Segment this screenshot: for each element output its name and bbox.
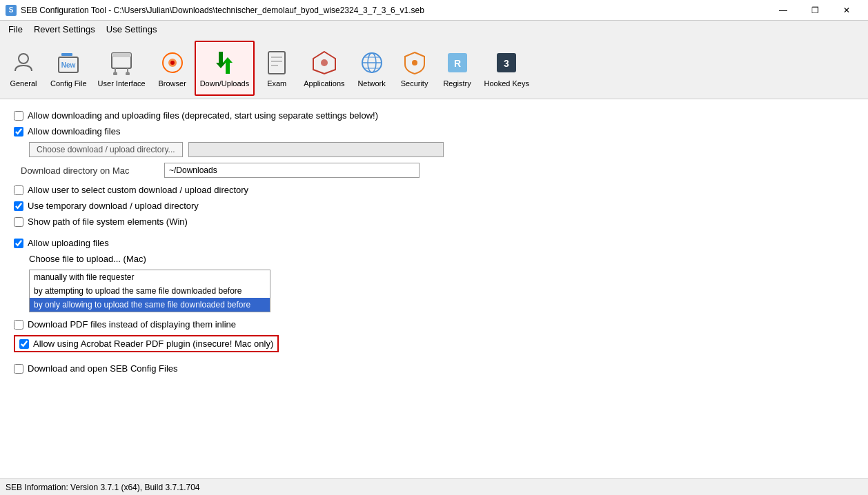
svg-text:3: 3 — [504, 58, 509, 69]
checkbox-seb-config[interactable] — [14, 364, 23, 374]
toolbar-exam[interactable]: Exam — [256, 41, 297, 96]
checkbox-pdf-download[interactable] — [14, 320, 23, 330]
toolbar-registry[interactable]: R Registry — [437, 41, 478, 96]
menu-bar: File Revert Settings Use Settings — [0, 21, 868, 37]
checkbox-temp-dir[interactable] — [14, 201, 23, 211]
svg-marker-14 — [223, 57, 233, 74]
checkbox-allow-ul[interactable] — [14, 239, 23, 248]
row-custom-dir: Allow user to select custom download / u… — [14, 185, 854, 195]
toolbar-browser[interactable]: Browser — [152, 41, 193, 96]
label-temp-dir[interactable]: Use temporary download / upload director… — [28, 201, 199, 211]
label-acrobat[interactable]: Allow using Acrobat Reader PDF plugin (i… — [33, 339, 273, 349]
menu-file[interactable]: File — [3, 23, 28, 36]
general-icon — [10, 49, 37, 77]
registry-icon: R — [444, 49, 471, 77]
security-icon — [401, 49, 428, 77]
toolbar: General New Config File User Interface — [0, 37, 868, 99]
menu-use[interactable]: Use Settings — [101, 23, 163, 36]
browser-label: Browser — [159, 79, 186, 88]
listbox-item-2[interactable]: by only allowing to upload the same file… — [30, 298, 270, 312]
title-bar-controls: — ❐ ✕ — [767, 0, 862, 21]
app-icon: S — [6, 5, 17, 16]
toolbar-general[interactable]: General — [3, 41, 44, 96]
browser-icon — [159, 49, 186, 77]
row-show-path: Show path of file system elements (Win) — [14, 216, 854, 227]
label-allow-ul[interactable]: Allow uploading files — [28, 238, 109, 248]
svg-point-12 — [170, 61, 175, 65]
config-file-icon: New — [55, 49, 82, 77]
label-seb-config[interactable]: Download and open SEB Config Files — [28, 363, 178, 374]
svg-point-20 — [321, 59, 328, 66]
window-title: SEB Configuration Tool - C:\Users\Julian… — [21, 6, 424, 15]
menu-revert[interactable]: Revert Settings — [28, 23, 101, 36]
svg-point-6 — [113, 72, 117, 75]
row-allow-dl: Allow downloading files — [14, 126, 854, 137]
main-content: Allow downloading and uploading files (d… — [0, 99, 868, 478]
svg-rect-5 — [112, 53, 131, 57]
exam-icon — [263, 49, 290, 77]
toolbar-security[interactable]: Security — [394, 41, 435, 96]
upload-options-listbox[interactable]: manually with file requester by attempti… — [29, 270, 270, 312]
listbox-item-1[interactable]: by attempting to upload the same file do… — [30, 284, 270, 298]
svg-text:R: R — [453, 58, 460, 69]
applications-label: Applications — [304, 79, 344, 88]
checkbox-allow-dl-ul[interactable] — [14, 111, 23, 121]
toolbar-config-file[interactable]: New Config File — [46, 41, 92, 96]
directory-row: Choose download / upload directory... — [29, 142, 854, 157]
label-allow-dl[interactable]: Allow downloading files — [28, 126, 120, 137]
toolbar-user-interface[interactable]: User Interface — [93, 41, 150, 96]
row-allow-dl-ul: Allow downloading and uploading files (d… — [14, 110, 854, 121]
svg-rect-1 — [61, 53, 72, 56]
mac-row: Download directory on Mac — [21, 163, 854, 178]
svg-text:New: New — [61, 61, 76, 69]
exam-label: Exam — [267, 79, 286, 88]
checkbox-custom-dir[interactable] — [14, 185, 23, 195]
down-uploads-label: Down/Uploads — [200, 79, 250, 88]
toolbar-applications[interactable]: Applications — [299, 41, 349, 96]
label-custom-dir[interactable]: Allow user to select custom download / u… — [28, 185, 248, 195]
network-label: Network — [357, 79, 385, 88]
choose-file-label: Choose file to upload... (Mac) — [29, 254, 146, 264]
security-label: Security — [401, 79, 428, 88]
acrobat-highlight-box: Allow using Acrobat Reader PDF plugin (i… — [14, 335, 279, 352]
general-label: General — [10, 79, 37, 88]
mac-input[interactable] — [164, 163, 420, 178]
svg-point-26 — [412, 60, 417, 65]
row-acrobat: Allow using Acrobat Reader PDF plugin (i… — [14, 335, 854, 358]
choose-dir-button[interactable]: Choose download / upload directory... — [29, 142, 183, 157]
listbox-item-0[interactable]: manually with file requester — [30, 270, 270, 284]
checkbox-allow-dl[interactable] — [14, 127, 23, 137]
config-file-label: Config File — [50, 79, 87, 88]
label-pdf-download[interactable]: Download PDF files instead of displaying… — [28, 319, 236, 330]
status-text: SEB Information: Version 3.7.1 (x64), Bu… — [6, 483, 200, 492]
label-allow-dl-ul[interactable]: Allow downloading and uploading files (d… — [28, 110, 378, 121]
label-show-path[interactable]: Show path of file system elements (Win) — [28, 216, 188, 227]
title-bar: S SEB Configuration Tool - C:\Users\Juli… — [0, 0, 868, 21]
user-interface-icon — [108, 49, 135, 77]
checkbox-show-path[interactable] — [14, 217, 23, 227]
row-choose-file: Choose file to upload... (Mac) — [29, 254, 854, 264]
hooked-keys-label: Hooked Keys — [484, 79, 529, 88]
row-temp-dir: Use temporary download / upload director… — [14, 201, 854, 211]
restore-button[interactable]: ❐ — [799, 0, 831, 21]
svg-marker-13 — [216, 52, 226, 68]
toolbar-hooked-keys[interactable]: 3 Hooked Keys — [480, 41, 534, 96]
network-icon — [358, 49, 386, 77]
status-bar: SEB Information: Version 3.7.1 (x64), Bu… — [0, 478, 868, 495]
hooked-keys-icon: 3 — [493, 49, 520, 77]
svg-point-0 — [19, 54, 28, 63]
toolbar-down-uploads[interactable]: Down/Uploads — [195, 41, 255, 96]
close-button[interactable]: ✕ — [831, 0, 862, 21]
row-seb-config: Download and open SEB Config Files — [14, 363, 854, 374]
row-allow-ul: Allow uploading files — [14, 238, 854, 248]
registry-label: Registry — [443, 79, 471, 88]
checkbox-acrobat[interactable] — [19, 339, 29, 349]
toolbar-network[interactable]: Network — [351, 41, 393, 96]
down-uploads-icon — [210, 49, 238, 77]
user-interface-label: User Interface — [98, 79, 146, 88]
svg-point-7 — [126, 72, 130, 75]
minimize-button[interactable]: — — [767, 0, 799, 21]
svg-rect-15 — [268, 52, 285, 74]
applications-icon — [310, 49, 338, 77]
dir-input[interactable] — [188, 142, 444, 157]
